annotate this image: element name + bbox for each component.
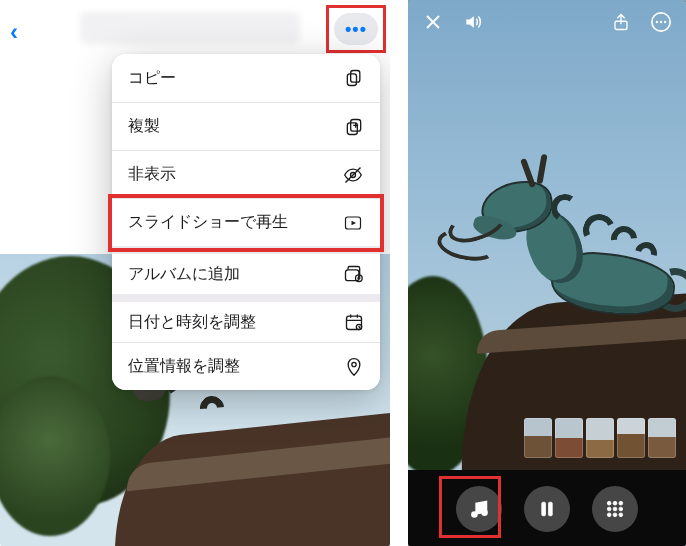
duplicate-icon [340, 117, 364, 137]
menu-item-label: 複製 [128, 116, 160, 137]
more-button[interactable]: ••• [334, 13, 378, 45]
svg-line-19 [359, 327, 360, 328]
thumbnail[interactable] [617, 418, 645, 458]
menu-item-label: コピー [128, 68, 176, 89]
menu-item-copy[interactable]: コピー [112, 54, 380, 102]
svg-point-34 [619, 501, 623, 505]
annotation-highlight-music [439, 476, 501, 538]
slideshow-top-bar [408, 0, 686, 44]
calendar-icon [340, 312, 364, 332]
context-menu: コピー 複製 非表示 [112, 54, 380, 390]
thumbnail[interactable] [524, 418, 552, 458]
photo-title-obscured [80, 12, 300, 44]
slideshow-photo-dragon [433, 160, 686, 360]
photos-detail-screen: ‹ ••• コピー 複製 非表示 [0, 0, 390, 546]
menu-item-adjust-location[interactable]: 位置情報を調整 [112, 342, 380, 390]
thumbnail[interactable] [555, 418, 583, 458]
menu-item-label: 日付と時刻を調整 [128, 312, 256, 333]
location-icon [340, 357, 364, 377]
more-circle-icon[interactable] [650, 11, 672, 33]
add-album-icon [340, 264, 364, 284]
svg-point-20 [352, 362, 356, 366]
volume-icon[interactable] [462, 11, 484, 33]
copy-icon [340, 68, 364, 88]
menu-item-label: アルバムに追加 [128, 264, 240, 285]
hide-icon [340, 165, 364, 185]
slideshow-thumbnails[interactable] [524, 418, 676, 458]
menu-item-hide[interactable]: 非表示 [112, 150, 380, 198]
slideshow-player-screen [408, 0, 686, 546]
menu-item-adjust-datetime[interactable]: 日付と時刻を調整 [112, 294, 380, 342]
grid-button[interactable] [592, 486, 638, 532]
svg-rect-31 [549, 502, 553, 516]
menu-item-slideshow[interactable]: スライドショーで再生 [112, 198, 380, 246]
menu-item-add-to-album[interactable]: アルバムに追加 [112, 246, 380, 294]
thumbnail[interactable] [648, 418, 676, 458]
svg-point-38 [607, 513, 611, 517]
close-icon[interactable] [422, 11, 444, 33]
more-icon: ••• [345, 19, 367, 40]
svg-point-32 [607, 501, 611, 505]
svg-point-25 [656, 21, 658, 23]
menu-item-label: スライドショーで再生 [128, 212, 288, 233]
svg-point-26 [660, 21, 662, 23]
svg-point-27 [664, 21, 666, 23]
svg-point-37 [619, 507, 623, 511]
back-button[interactable]: ‹ [10, 18, 18, 46]
svg-point-33 [613, 501, 617, 505]
photo-background-roof [90, 366, 390, 546]
svg-point-40 [619, 513, 623, 517]
svg-rect-30 [542, 502, 546, 516]
menu-item-duplicate[interactable]: 複製 [112, 102, 380, 150]
svg-rect-0 [351, 71, 360, 83]
thumbnail[interactable] [586, 418, 614, 458]
menu-item-label: 位置情報を調整 [128, 356, 240, 377]
share-icon[interactable] [610, 11, 632, 33]
menu-item-label: 非表示 [128, 164, 176, 185]
svg-rect-1 [347, 74, 356, 86]
svg-point-35 [607, 507, 611, 511]
play-rect-icon [340, 214, 364, 232]
svg-point-36 [613, 507, 617, 511]
svg-point-39 [613, 513, 617, 517]
pause-button[interactable] [524, 486, 570, 532]
